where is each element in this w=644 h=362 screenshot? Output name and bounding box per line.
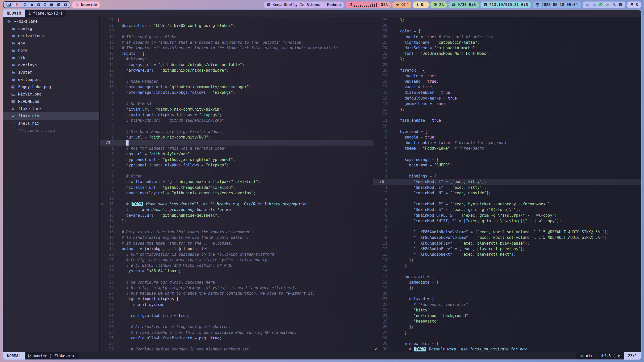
code-line[interactable]: 19 outputs = {nixpkgs, ...} @ inputs: le… bbox=[100, 246, 373, 252]
code-line[interactable]: 19 ]; bbox=[373, 285, 641, 291]
tree-item-flake.nix[interactable]: flake.nix bbox=[3, 112, 99, 120]
code-line[interactable]: 26 enable = true; # You can't disable th… bbox=[373, 34, 641, 40]
code-line[interactable]: 23 "kitty" bbox=[373, 307, 641, 313]
code-line[interactable]: 28 pkgs = import nixpkgs { bbox=[100, 296, 373, 302]
code-line[interactable]: 24 "nextcloud --background" bbox=[373, 313, 641, 319]
cpu-widget[interactable]: 2% bbox=[430, 2, 447, 8]
code-line[interactable]: 22{ bbox=[100, 17, 373, 23]
code-line[interactable]: 20 bbox=[373, 291, 641, 296]
code-line[interactable]: 5 bbox=[100, 168, 373, 173]
spotify-icon[interactable] bbox=[57, 3, 61, 7]
disk-widget[interactable]: 413.19/915.81 GiB bbox=[480, 2, 531, 8]
code-line[interactable]: 18 # It gives the name "inputs" to the .… bbox=[100, 241, 373, 246]
code-line[interactable]: 22 # "kdeconnect-indicator" bbox=[373, 302, 641, 307]
window-4-icon[interactable] bbox=[64, 3, 67, 6]
code-line[interactable]: 21 # Configs can support more than a sin… bbox=[100, 257, 373, 263]
code-line[interactable]: 18 immediate = [ bbox=[373, 280, 641, 285]
spotify-tray-icon[interactable] bbox=[619, 3, 622, 7]
tree-item-nixflake[interactable]: ~/NixFlake bbox=[3, 18, 99, 25]
code-line[interactable]: 21 description = "ChUrl's NixOS config u… bbox=[100, 23, 373, 28]
active-window-pill[interactable]: Neovide bbox=[72, 2, 100, 8]
code-line[interactable]: 2 # Nix User Repository (e.g. Firefox ad… bbox=[100, 129, 373, 134]
code-line[interactable]: 13 hardware.url = "github:nixos/nixos-ha… bbox=[100, 68, 373, 73]
code-line[interactable]: 10 bbox=[373, 123, 641, 129]
code-line[interactable]: 32 bbox=[100, 319, 373, 324]
code-line[interactable]: 17 # To handle extra arguments we use th… bbox=[100, 235, 373, 240]
code-line[interactable]: 17 vaapi = true; bbox=[373, 84, 641, 90]
code-line[interactable]: 27 # but because we want to change the n… bbox=[100, 291, 373, 296]
code-line[interactable]: 14 gnomeTheme = true; bbox=[373, 101, 641, 107]
code-line[interactable]: 9 ", XF86AudioRaiseVolume" = ["exec, wpc… bbox=[373, 229, 641, 235]
tree-item-nixvim.png[interactable]: NixVim.png bbox=[3, 90, 99, 98]
code-line[interactable]: 1 bindings = { bbox=[373, 173, 641, 179]
code-line[interactable]: 11 # Home Manager bbox=[100, 79, 373, 84]
code-line-current[interactable]: 76 "$mainMod, T" = ["exec, kitty"]; bbox=[373, 179, 641, 185]
firefox-icon[interactable] bbox=[30, 3, 34, 7]
code-line[interactable]: 22 # e.g. NixOS (linux) and MacOS (darwi… bbox=[100, 263, 373, 268]
tree-item-config[interactable]: config bbox=[3, 25, 99, 32]
code-line[interactable]: 34 # I read somewhere that this is more … bbox=[100, 330, 373, 335]
tree-item-flake.lock[interactable]: flake.lock bbox=[3, 105, 99, 112]
code-line[interactable]: 1 nur.url = "github:nix-community/NUR"; bbox=[100, 134, 373, 140]
code-line[interactable]: 24 darkScheme = "catppuccin-mocha"; bbox=[373, 45, 641, 51]
keyboard-tray-icon[interactable] bbox=[586, 3, 590, 7]
code-line[interactable]: 24 bbox=[100, 274, 373, 280]
tree-item-foggy-lake.png[interactable]: Foggy-Lake.png bbox=[3, 83, 99, 90]
code-line[interactable]: 18 # It depends on "inputs" that are pas… bbox=[100, 40, 373, 45]
code-line[interactable]: 12 ", XF86AudioPrev" = ["exec, playerctl… bbox=[373, 246, 641, 252]
code-line[interactable]: 19 enable = true; bbox=[373, 73, 641, 79]
screenshot-tray-icon[interactable] bbox=[592, 3, 596, 7]
code-line[interactable]: 18 wayland = true; bbox=[373, 79, 641, 84]
code-line[interactable]: 23 system = "x86_64-linux"; bbox=[100, 268, 373, 274]
tree-item-overlays[interactable]: overlays bbox=[3, 61, 99, 69]
code-line[interactable]: 22 }; bbox=[373, 56, 641, 62]
code-line[interactable]: 8 bbox=[373, 224, 641, 229]
code-line[interactable]: 4 # blink-cmp.url = "github:saghen/blink… bbox=[100, 118, 373, 123]
code-line[interactable]: 6 # Other bbox=[100, 173, 373, 179]
code-line[interactable]: 33 # Alternative to setting config.allow… bbox=[100, 324, 373, 330]
code-line[interactable]: 9 home-manager.inputs.nixpkgs.follows = … bbox=[100, 90, 373, 95]
code-line[interactable]: 25 lightScheme = "catppuccin-latte"; bbox=[373, 40, 641, 45]
code-line[interactable]: 30 bbox=[100, 307, 373, 313]
code-line[interactable]: 8 enable = true; bbox=[373, 134, 641, 140]
code-line[interactable]: 16 disableTabBar = true; bbox=[373, 90, 641, 95]
code-line[interactable]: 28 bbox=[373, 335, 641, 341]
tree-item-readme.md[interactable]: README.md bbox=[3, 98, 99, 105]
code-line[interactable]: 36 bbox=[100, 341, 373, 346]
code-line[interactable]: 37 # Overlays define changes in the nixp… bbox=[100, 346, 373, 352]
key-tray-icon[interactable] bbox=[606, 3, 609, 7]
code-line[interactable]: 20 # Our configuration is buildable on t… bbox=[100, 252, 373, 257]
code-line[interactable]: 2 ags.url = "github:Aylur/ags"; bbox=[100, 151, 373, 157]
code-line[interactable]: 14 }; bbox=[373, 257, 641, 263]
window-2-icon[interactable] bbox=[37, 3, 40, 6]
code-line[interactable]: 35 config.allowUnfreePredicate = pkg: tr… bbox=[100, 335, 373, 341]
code-line[interactable]: 4 "$mainMod, P" = ["exec, hyprpicker --a… bbox=[373, 201, 641, 207]
code-line[interactable]: 7 dunst.enable = false; # Disable for hy… bbox=[373, 140, 641, 146]
code-line[interactable]: 20 firefox = { bbox=[373, 68, 641, 73]
now-playing-pill[interactable]: Keep Shelly In Athens - Medusa bbox=[264, 2, 344, 8]
code-line[interactable]: 7 nix-flatpak.url = "github:gmodena/nix-… bbox=[100, 179, 373, 185]
code-line[interactable]: 7 "$mainMod SHIFT, S" = ["exec, grim -g … bbox=[373, 218, 641, 224]
code-line[interactable]: 27 }; bbox=[373, 330, 641, 335]
code-line[interactable]: 15 defaultBookmarks = true; bbox=[373, 96, 641, 101]
tree-item-wallpapers[interactable]: wallpapers bbox=[3, 76, 99, 83]
code-line-current[interactable]: 23 bbox=[100, 140, 373, 146]
code-line[interactable]: 9 emacs-overlay.url = "github:nix-commun… bbox=[100, 190, 373, 196]
tree-item-system[interactable]: system bbox=[3, 69, 99, 76]
code-line[interactable]: 26 ]; bbox=[373, 324, 641, 330]
code-line[interactable]: 3 bbox=[373, 196, 641, 201]
tree-item-shell.nix[interactable]: shell.nix bbox=[3, 120, 99, 127]
network-widget[interactable]: Off bbox=[392, 2, 411, 8]
tree-item-home[interactable]: home bbox=[3, 47, 99, 54]
code-line[interactable]: ✓30 # TODO Doesn't work, use focus_on_ac… bbox=[373, 346, 641, 352]
code-line[interactable]: 11 fish.enable = true; bbox=[373, 118, 641, 123]
terminal-icon[interactable] bbox=[7, 3, 11, 7]
code-line[interactable]: 14 }; bbox=[100, 218, 373, 224]
code-line[interactable]: 12 # and doesn't provide any benefits fo… bbox=[100, 207, 373, 212]
tree-item-derivations[interactable]: derivations bbox=[3, 32, 99, 39]
code-line[interactable]: 16 bbox=[373, 268, 641, 274]
sync-tray-icon[interactable] bbox=[612, 3, 616, 7]
code-line[interactable]: 9 hyprland = { bbox=[373, 129, 641, 134]
code-line[interactable]: 25 # We configure our global packages he… bbox=[100, 280, 373, 285]
code-line[interactable]: 15 }; bbox=[373, 263, 641, 268]
